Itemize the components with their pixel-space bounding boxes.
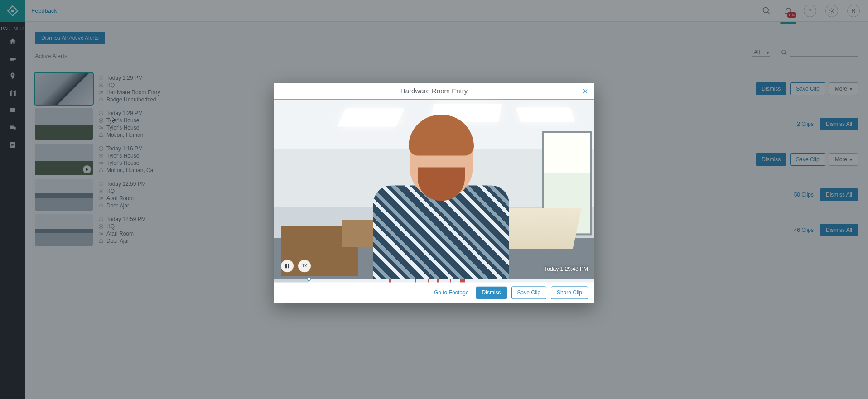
timeline-event-mark[interactable] [428, 279, 429, 282]
dialog-dismiss-button[interactable]: Dismiss [476, 286, 507, 299]
timeline-event-mark[interactable] [450, 279, 451, 282]
video-dialog: Hardware Room Entry 1x Today 1:29 [274, 83, 594, 303]
go-to-footage-link[interactable]: Go to Footage [431, 287, 472, 298]
timeline-event-mark[interactable] [389, 279, 391, 282]
video-timestamp: Today 1:29:48 PM [544, 266, 588, 272]
video-player[interactable]: 1x Today 1:29:48 PM [274, 99, 594, 279]
timeline-progress [274, 279, 309, 282]
svg-rect-40 [285, 264, 287, 268]
timeline-event-mark[interactable] [460, 279, 465, 282]
timeline-event-mark[interactable] [415, 279, 416, 282]
video-timeline[interactable] [274, 279, 594, 282]
pause-button[interactable] [281, 260, 294, 272]
svg-rect-41 [288, 264, 289, 268]
dialog-title: Hardware Room Entry [400, 87, 468, 95]
dialog-save-clip-button[interactable]: Save Clip [511, 286, 546, 299]
dialog-header: Hardware Room Entry [274, 83, 594, 99]
close-icon[interactable] [581, 87, 590, 96]
video-controls: 1x [281, 260, 311, 272]
pause-icon [285, 264, 289, 268]
dialog-footer: Go to Footage Dismiss Save Clip Share Cl… [274, 282, 594, 303]
dialog-share-clip-button[interactable]: Share Clip [551, 286, 588, 299]
playback-speed-label: 1x [302, 263, 307, 268]
timeline-event-mark[interactable] [437, 279, 439, 282]
playback-speed-button[interactable]: 1x [298, 260, 311, 272]
timeline-handle[interactable] [307, 277, 311, 281]
